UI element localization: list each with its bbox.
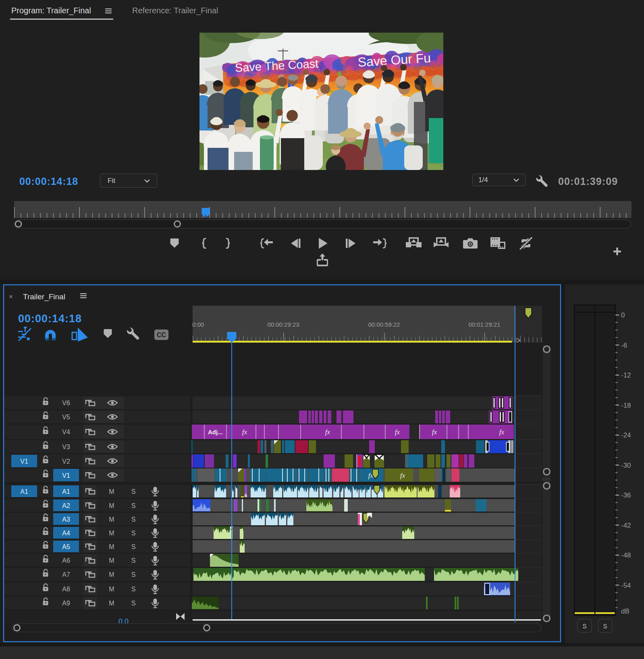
svg-text:-36: -36 (621, 491, 631, 499)
svg-text:0: 0 (621, 311, 625, 319)
svg-text:CC: CC (157, 332, 166, 338)
svg-text:-30: -30 (621, 462, 631, 469)
svg-text:S: S (131, 557, 136, 564)
svg-text:V4: V4 (62, 429, 70, 435)
svg-text:M: M (109, 516, 114, 523)
svg-text:×: × (9, 293, 13, 300)
svg-text:S: S (131, 516, 136, 523)
svg-text:S: S (131, 600, 136, 607)
svg-text:A2: A2 (62, 502, 70, 509)
svg-text:Adj...: Adj... (208, 429, 223, 435)
svg-text:S: S (131, 502, 136, 509)
svg-text:M: M (109, 502, 114, 509)
svg-text:00:00:14:18: 00:00:14:18 (18, 313, 82, 325)
svg-text:S: S (131, 586, 136, 593)
svg-text:dB: dB (621, 607, 629, 615)
svg-text:00:01:29:21: 00:01:29:21 (468, 321, 500, 328)
svg-text:A6: A6 (62, 557, 70, 564)
svg-text:fx: fx (395, 428, 400, 436)
svg-text:00:00:29:23: 00:00:29:23 (267, 321, 299, 328)
svg-text:V2: V2 (62, 458, 70, 465)
svg-text:-6: -6 (621, 342, 627, 349)
svg-text:-18: -18 (621, 402, 631, 409)
svg-text:M: M (109, 530, 114, 537)
svg-text:S: S (131, 530, 136, 537)
svg-text:M: M (109, 557, 114, 564)
svg-text:fx: fx (400, 472, 405, 479)
svg-text:fx: fx (242, 428, 247, 436)
svg-text:A1: A1 (20, 488, 28, 495)
svg-text:S: S (131, 543, 136, 550)
svg-text:M: M (109, 586, 114, 593)
svg-text:A3: A3 (62, 516, 70, 523)
svg-text:-54: -54 (621, 582, 631, 589)
svg-text:S: S (603, 623, 607, 630)
svg-text:S: S (131, 488, 136, 495)
svg-text:-48: -48 (621, 551, 631, 559)
svg-text:V1: V1 (20, 458, 28, 465)
svg-text:fx: fx (499, 428, 505, 436)
svg-text:A5: A5 (62, 543, 70, 550)
svg-text:A7: A7 (62, 571, 70, 578)
svg-text:A1: A1 (62, 488, 70, 495)
svg-text:V3: V3 (62, 443, 70, 450)
svg-text:M: M (109, 600, 114, 607)
svg-text:M: M (109, 543, 114, 550)
svg-text:-12: -12 (621, 371, 631, 379)
svg-text:Trailer_Final: Trailer_Final (23, 292, 65, 301)
svg-text:-24: -24 (621, 431, 631, 439)
svg-text:V5: V5 (62, 414, 70, 421)
svg-text:fx: fx (432, 428, 437, 436)
svg-text:M: M (109, 488, 114, 495)
svg-text:V6: V6 (62, 400, 70, 406)
svg-text:V1: V1 (62, 472, 70, 479)
svg-text:00:00:59:22: 00:00:59:22 (368, 321, 400, 328)
svg-text:A8: A8 (62, 586, 70, 593)
svg-text:A9: A9 (62, 600, 70, 607)
svg-text:A4: A4 (62, 530, 70, 537)
svg-text:S: S (131, 571, 136, 578)
svg-text:S: S (582, 623, 586, 630)
svg-text:fx: fx (325, 428, 330, 436)
svg-text:0:00: 0:00 (192, 321, 204, 328)
svg-text:M: M (109, 571, 114, 578)
svg-text:-42: -42 (621, 522, 631, 529)
